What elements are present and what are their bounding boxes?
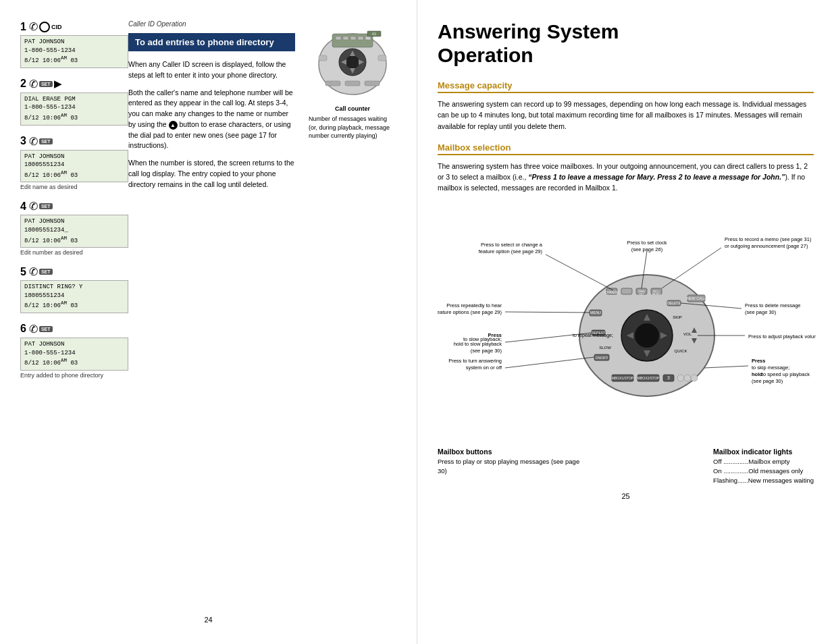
step-4-icon: ✆ SET: [29, 200, 53, 213]
svg-rect-2: [336, 36, 341, 40]
step-1-icon: ✆ CID: [29, 20, 62, 33]
svg-text:03: 03: [372, 32, 376, 36]
svg-line-67: [662, 248, 721, 288]
svg-rect-16: [345, 81, 360, 86]
svg-text:MEMO: MEMO: [652, 292, 660, 296]
step-3-header: 3 ✆ SET: [20, 135, 128, 148]
svg-line-84: [704, 366, 748, 368]
svg-rect-6: [365, 36, 371, 40]
svg-line-61: [546, 254, 613, 290]
phone-device-svg: 03: [312, 27, 393, 101]
step-2: 2 ✆ SET ▶ DIAL ERASE PGM 1-800-555-1234 …: [20, 78, 128, 126]
svg-rect-23: [621, 288, 632, 294]
phone-svg: 03: [312, 27, 393, 101]
top-area: 1 ✆ CID PAT JOHNSON 1-800-555-1234 8/12 …: [20, 20, 396, 388]
set-badge-6: SET: [39, 326, 53, 332]
step-3-screen: PAT JOHNSON 18005551234 8/12 10:06AM 03: [20, 150, 128, 183]
step-4-screen: PAT JOHNSON 18005551234_ 8/12 10:06AM 03: [20, 215, 128, 248]
step-6-screen: PAT JOHNSON 1-800-555-1234 8/12 10:06AM …: [20, 338, 128, 371]
step-3-number: 3: [20, 135, 26, 147]
phone-icon-3: ✆: [29, 135, 38, 148]
step-5-header: 5 ✆ SET: [20, 265, 128, 278]
cid-label-1: CID: [51, 24, 62, 30]
svg-text:feature option (see page 29): feature option (see page 29): [479, 248, 543, 254]
right-page: Answering System Operation Message capac…: [417, 0, 834, 644]
message-capacity-heading: Message capacity: [438, 80, 814, 93]
svg-rect-15: [325, 81, 340, 86]
phone-image-area: 03 Call counter Number of messages waiti…: [309, 27, 396, 388]
svg-line-70: [505, 312, 590, 313]
diagram-area: CHANGE TIME/ SET REC./ MEMO DELETE NEW C…: [438, 200, 816, 444]
svg-text:to repeat message;: to repeat message;: [573, 333, 613, 338]
mailbox-indicator-title: Mailbox indicator lights: [713, 448, 814, 456]
steps-column: 1 ✆ CID PAT JOHNSON 1-800-555-1234 8/12 …: [20, 20, 128, 388]
page-container: 1 ✆ CID PAT JOHNSON 1-800-555-1234 8/12 …: [0, 0, 834, 644]
step-1-screen: PAT JOHNSON 1-800-555-1234 8/12 10:06AM …: [20, 35, 128, 68]
svg-text:NEW CALL: NEW CALL: [687, 296, 706, 300]
svg-text:(see page 30): (see page 30): [745, 309, 777, 315]
svg-rect-5: [358, 36, 363, 40]
call-counter-desc: Number of messages waiting (or, during p…: [309, 115, 396, 140]
svg-rect-17: [365, 81, 380, 86]
step-6-caption: Entry added to phone directory: [20, 372, 128, 379]
step-3-icon: ✆ SET: [29, 135, 53, 148]
svg-text:DELETE: DELETE: [667, 301, 681, 305]
mailbox-buttons-title: Mailbox buttons: [438, 448, 586, 456]
svg-text:(see page 30): (see page 30): [752, 378, 783, 384]
svg-text:or outgoing announcement (page: or outgoing announcement (page 27): [725, 243, 808, 249]
step-6-icon: ✆ SET: [29, 323, 53, 336]
step-4: 4 ✆ SET PAT JOHNSON 18005551234_ 8/12 10…: [20, 200, 128, 256]
bottom-labels: Mailbox buttons Press to play or stop pl…: [438, 448, 814, 486]
svg-text:VOL: VOL: [683, 332, 692, 336]
mailbox-indicator-text: Off ..............Mailbox empty On .....…: [713, 457, 814, 486]
svg-text:Press repeatedly to hear: Press repeatedly to hear: [446, 302, 502, 308]
arrow-icon-2: ▶: [54, 78, 61, 89]
svg-text:QUICK: QUICK: [674, 349, 687, 353]
set-badge-5: SET: [39, 269, 53, 275]
diagram-svg: CHANGE TIME/ SET REC./ MEMO DELETE NEW C…: [438, 200, 816, 444]
step-1: 1 ✆ CID PAT JOHNSON 1-800-555-1234 8/12 …: [20, 20, 128, 68]
right-page-number: 25: [438, 492, 814, 500]
svg-text:Press to delete message: Press to delete message: [745, 302, 801, 308]
dial-btn-icon: ▲: [169, 121, 178, 130]
step-3-caption: Edit name as desired: [20, 184, 128, 190]
caller-id-label: Caller ID Operation: [128, 20, 295, 28]
svg-rect-14: [378, 55, 386, 61]
step-5-screen: DISTINCT RING? Y 18005551234 8/12 10:06A…: [20, 280, 128, 313]
step-4-header: 4 ✆ SET: [20, 200, 128, 213]
section-title: To add entries to phone directory: [128, 33, 295, 51]
step-2-number: 2: [20, 78, 26, 90]
mailbox-selection-text: The answering system has three voice mai…: [438, 161, 814, 194]
left-page: 1 ✆ CID PAT JOHNSON 1-800-555-1234 8/12 …: [0, 0, 417, 644]
step-1-number: 1: [20, 21, 26, 33]
svg-text:to speed up playback: to speed up playback: [762, 371, 810, 377]
step-3: 3 ✆ SET PAT JOHNSON 18005551234 8/12 10:…: [20, 135, 128, 191]
svg-text:MENU: MENU: [590, 311, 601, 315]
svg-text:Press to turn answering: Press to turn answering: [448, 358, 502, 364]
phone-icon-5: ✆: [29, 265, 38, 278]
set-badge-3: SET: [39, 138, 53, 144]
big-title: Answering System Operation: [438, 20, 814, 67]
svg-text:to skip message;: to skip message;: [752, 365, 789, 371]
svg-text:(see page 26): (see page 26): [631, 246, 663, 252]
svg-point-59: [684, 375, 691, 381]
svg-text:Press to set clock: Press to set clock: [627, 240, 667, 246]
svg-text:SKIP: SKIP: [673, 315, 682, 319]
message-capacity-text: The answering system can record up to 99…: [438, 99, 814, 132]
svg-text:hold: hold: [752, 371, 762, 377]
main-column: Caller ID Operation To add entries to ph…: [128, 20, 295, 388]
svg-rect-13: [319, 55, 327, 61]
step-6: 6 ✆ SET PAT JOHNSON 1-800-555-1234 8/12 …: [20, 323, 128, 379]
svg-text:ON/OFF: ON/OFF: [596, 355, 608, 359]
cid-circle-1: [39, 22, 50, 32]
step-2-icon: ✆ SET ▶: [29, 78, 61, 90]
step-2-screen: DIAL ERASE PGM 1-800-555-1234 8/12 10:06…: [20, 92, 128, 126]
phone-icon-1: ✆: [29, 20, 38, 33]
svg-text:SET: SET: [639, 292, 644, 296]
svg-point-8: [346, 55, 359, 69]
svg-text:MBOX2/STOP: MBOX2/STOP: [637, 376, 660, 380]
svg-rect-1: [332, 34, 373, 47]
svg-text:3: 3: [667, 375, 670, 380]
step-1-header: 1 ✆ CID: [20, 20, 128, 33]
svg-text:MBOX1/STOP: MBOX1/STOP: [612, 376, 634, 380]
